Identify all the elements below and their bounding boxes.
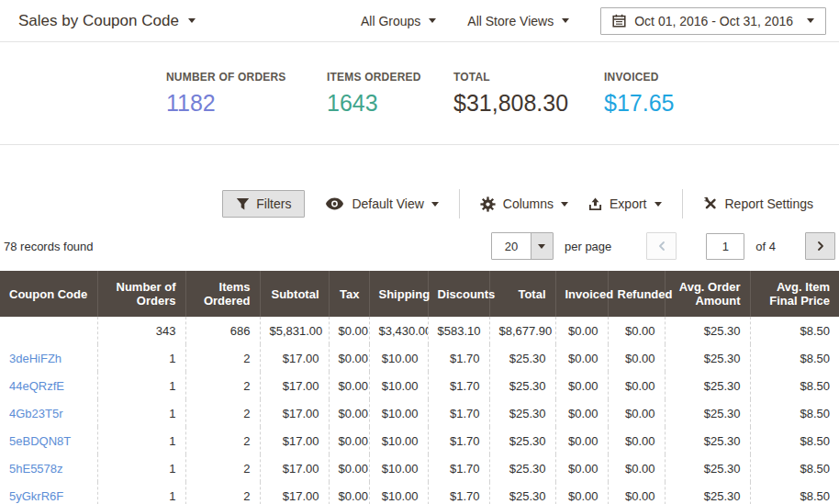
chevron-down-icon — [562, 18, 569, 23]
chevron-down-icon — [654, 202, 662, 207]
column-header[interactable]: Refunded — [608, 271, 665, 317]
date-range-picker[interactable]: Oct 01, 2016 - Oct 31, 2016 — [600, 7, 826, 35]
value-cell: 2 — [185, 427, 260, 454]
previous-page-button[interactable] — [646, 232, 677, 260]
value-cell: $0.00 — [555, 372, 608, 399]
table-header: Coupon CodeNumber of OrdersItems Ordered… — [0, 271, 839, 317]
chevron-down-icon — [429, 18, 436, 23]
value-cell: $25.30 — [665, 344, 750, 372]
view-dropdown[interactable]: Default View — [325, 196, 438, 211]
value-cell: $17.00 — [260, 399, 329, 427]
store-views-filter-dropdown[interactable]: All Store Views — [467, 14, 569, 28]
column-header[interactable]: Shipping — [369, 271, 428, 317]
value-cell: $10.00 — [369, 399, 428, 427]
value-cell: 1 — [97, 372, 185, 399]
value-cell: 2 — [185, 454, 260, 482]
coupon-code-cell: 5yGkrR6F — [0, 482, 97, 504]
column-header[interactable]: Avg. Item Final Price — [750, 271, 839, 317]
column-header[interactable]: Total — [489, 271, 555, 317]
stat-label: TOTAL — [453, 71, 604, 84]
report-settings-button[interactable]: Report Settings — [703, 196, 814, 211]
column-header[interactable]: Avg. Order Amount — [665, 271, 750, 317]
records-found-text: 78 records found — [4, 240, 94, 253]
value-cell: 1 — [97, 482, 185, 504]
value-cell: $0.00 — [555, 454, 608, 482]
value-cell: 2 — [185, 344, 260, 372]
value-cell: $0.00 — [555, 482, 608, 504]
coupon-code-cell: 44eQRzfE — [0, 372, 97, 399]
value-cell: $8.50 — [750, 454, 839, 482]
value-cell: $25.30 — [489, 344, 555, 372]
column-header[interactable]: Coupon Code — [0, 271, 97, 317]
toolbar-separator — [459, 189, 460, 218]
stat-value: $17.65 — [604, 90, 674, 117]
column-header[interactable]: Invoiced — [555, 271, 608, 317]
chevron-down-icon — [431, 202, 439, 207]
coupon-code-cell: 5hE5578z — [0, 454, 97, 482]
value-cell: $0.00 — [608, 482, 665, 504]
groups-filter-dropdown[interactable]: All Groups — [361, 14, 436, 28]
stat-value: 1643 — [327, 90, 453, 117]
page-title: Sales by Coupon Code — [18, 12, 179, 30]
pagination: 20 per page of 4 — [491, 232, 835, 260]
value-cell: $25.30 — [665, 317, 750, 344]
value-cell: $17.00 — [260, 454, 329, 482]
value-cell: $0.00 — [555, 427, 608, 454]
value-cell: $8.50 — [750, 344, 839, 372]
value-cell: 1 — [97, 454, 185, 482]
current-page-input[interactable] — [706, 233, 744, 260]
value-cell: $25.30 — [665, 372, 750, 399]
crossed-tools-icon — [703, 196, 718, 211]
value-cell: $10.00 — [369, 372, 428, 399]
coupon-code-link[interactable]: 5yGkrR6F — [9, 489, 63, 503]
value-cell: $25.30 — [489, 399, 555, 427]
coupon-code-link[interactable]: 5hE5578z — [9, 462, 63, 476]
value-cell: $0.00 — [608, 344, 665, 372]
stat-label: NUMBER OF ORDERS — [166, 71, 327, 84]
value-cell: 2 — [185, 482, 260, 504]
grid-controls: 78 records found 20 per page of 4 — [0, 231, 839, 261]
value-cell: $0.00 — [329, 454, 369, 482]
value-cell: 2 — [185, 399, 260, 427]
value-cell: $0.00 — [555, 317, 608, 344]
summary-stats: NUMBER OF ORDERS 1182 ITEMS ORDERED 1643… — [0, 42, 839, 145]
total-pages-label: of 4 — [755, 240, 776, 253]
coupon-code-link[interactable]: 4Gb23T5r — [9, 407, 63, 420]
stat-total: TOTAL $31,808.30 — [453, 71, 604, 117]
value-cell: $25.30 — [665, 427, 750, 454]
column-header[interactable]: Tax — [329, 271, 369, 317]
next-page-button[interactable] — [805, 232, 835, 260]
export-dropdown[interactable]: Export — [588, 196, 661, 211]
per-page-label: per page — [565, 240, 611, 253]
grid-toolbar: Filters Default View — [0, 188, 839, 219]
value-cell: $8.50 — [750, 317, 839, 344]
chevron-down-icon — [188, 18, 196, 23]
stat-value: $31,808.30 — [453, 90, 604, 117]
value-cell: $10.00 — [369, 482, 428, 504]
toolbar-separator — [682, 189, 683, 218]
coupon-code-link[interactable]: 3deHiFZh — [9, 352, 62, 365]
filters-button-label: Filters — [256, 196, 291, 211]
columns-dropdown[interactable]: Columns — [480, 196, 568, 212]
value-cell: $25.30 — [489, 372, 555, 399]
page-size-select[interactable]: 20 — [491, 232, 554, 260]
stat-number-of-orders: NUMBER OF ORDERS 1182 — [166, 71, 327, 117]
table-row: 5eBDQN8T12$17.00$0.00$10.00$1.70$25.30$0… — [0, 427, 839, 454]
column-header[interactable]: Items Ordered — [185, 271, 260, 317]
value-cell: $1.70 — [428, 399, 489, 427]
report-type-dropdown[interactable]: Sales by Coupon Code — [18, 12, 196, 30]
value-cell: $0.00 — [329, 344, 369, 372]
column-header[interactable]: Number of Orders — [97, 271, 185, 317]
value-cell: $583.10 — [428, 317, 489, 344]
value-cell: 1 — [97, 344, 185, 372]
value-cell: $0.00 — [329, 482, 369, 504]
coupon-code-link[interactable]: 5eBDQN8T — [9, 434, 71, 448]
column-header[interactable]: Discounts — [428, 271, 489, 317]
export-dropdown-label: Export — [610, 196, 646, 211]
store-views-filter-label: All Store Views — [467, 14, 554, 28]
coupon-code-link[interactable]: 44eQRzfE — [9, 379, 64, 393]
stat-value: 1182 — [166, 90, 327, 117]
column-header[interactable]: Subtotal — [260, 271, 329, 317]
filters-button[interactable]: Filters — [222, 190, 305, 218]
value-cell: $25.30 — [489, 482, 555, 504]
